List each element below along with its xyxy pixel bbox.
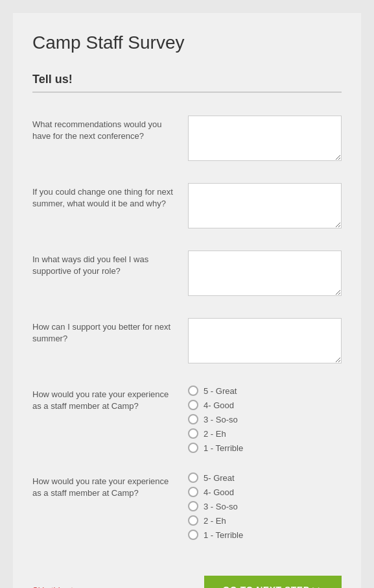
textarea-4[interactable] bbox=[188, 318, 342, 363]
question-label-6: How would you rate your experience as a … bbox=[32, 472, 175, 499]
radio-6-5[interactable] bbox=[188, 530, 198, 540]
radio-group-6: 5- Great 4- Good 3 - So-so 2 - Eh bbox=[188, 472, 342, 540]
radio-option-6-4[interactable]: 2 - Eh bbox=[188, 515, 342, 526]
radio-label-6-3: 3 - So-so bbox=[204, 502, 238, 511]
question-row-1: What recommendations would you have for … bbox=[32, 106, 342, 173]
question-row-2: If you could change one thing for next s… bbox=[32, 173, 342, 241]
question-row-4: How can I support you better for next su… bbox=[32, 308, 342, 376]
radio-6-4[interactable] bbox=[188, 515, 198, 526]
radio-5-5[interactable] bbox=[188, 443, 198, 453]
radio-option-5-2[interactable]: 4- Good bbox=[188, 400, 342, 410]
section-header: Tell us! bbox=[32, 73, 342, 93]
radio-label-6-1: 5- Great bbox=[204, 473, 235, 483]
radio-option-6-3[interactable]: 3 - So-so bbox=[188, 501, 342, 511]
question-input-4 bbox=[188, 318, 342, 366]
question-input-5: 5 - Great 4- Good 3 - So-so 2 - Eh bbox=[188, 386, 342, 453]
radio-label-5-3: 3 - So-so bbox=[204, 415, 238, 424]
survey-container: Camp Staff Survey Tell us! What recommen… bbox=[13, 13, 361, 588]
radio-label-5-4: 2 - Eh bbox=[204, 429, 226, 439]
question-input-3 bbox=[188, 251, 342, 299]
radio-6-3[interactable] bbox=[188, 501, 198, 511]
survey-title: Camp Staff Survey bbox=[32, 32, 342, 53]
question-label-5: How would you rate your experience as a … bbox=[32, 386, 175, 412]
radio-option-6-1[interactable]: 5- Great bbox=[188, 472, 342, 483]
question-row-3: In what ways did you feel I was supporti… bbox=[32, 241, 342, 308]
textarea-2[interactable] bbox=[188, 183, 342, 228]
radio-option-6-2[interactable]: 4- Good bbox=[188, 487, 342, 497]
radio-option-5-4[interactable]: 2 - Eh bbox=[188, 428, 342, 439]
radio-option-6-5[interactable]: 1 - Terrible bbox=[188, 530, 342, 540]
question-label-3: In what ways did you feel I was supporti… bbox=[32, 251, 175, 277]
radio-5-4[interactable] bbox=[188, 428, 198, 439]
skip-button[interactable]: Skip this step bbox=[32, 585, 82, 589]
radio-option-5-5[interactable]: 1 - Terrible bbox=[188, 443, 342, 453]
radio-6-2[interactable] bbox=[188, 487, 198, 497]
textarea-1[interactable] bbox=[188, 116, 342, 161]
radio-option-5-3[interactable]: 3 - So-so bbox=[188, 414, 342, 424]
radio-label-5-1: 5 - Great bbox=[204, 386, 237, 396]
questions-area: What recommendations would you have for … bbox=[32, 106, 342, 550]
question-row-5: How would you rate your experience as a … bbox=[32, 376, 342, 463]
radio-option-5-1[interactable]: 5 - Great bbox=[188, 386, 342, 396]
next-step-button[interactable]: GO TO NEXT STEP >> bbox=[204, 576, 342, 588]
textarea-3[interactable] bbox=[188, 251, 342, 296]
radio-group-5: 5 - Great 4- Good 3 - So-so 2 - Eh bbox=[188, 386, 342, 453]
radio-5-2[interactable] bbox=[188, 400, 198, 410]
radio-label-5-5: 1 - Terrible bbox=[204, 443, 243, 453]
radio-5-1[interactable] bbox=[188, 386, 198, 396]
question-input-1 bbox=[188, 116, 342, 164]
radio-label-6-2: 4- Good bbox=[204, 487, 234, 497]
radio-5-3[interactable] bbox=[188, 414, 198, 424]
radio-label-6-5: 1 - Terrible bbox=[204, 530, 243, 540]
radio-label-5-2: 4- Good bbox=[204, 400, 234, 410]
question-input-6: 5- Great 4- Good 3 - So-so 2 - Eh bbox=[188, 472, 342, 540]
question-input-2 bbox=[188, 183, 342, 231]
question-label-4: How can I support you better for next su… bbox=[32, 318, 175, 345]
footer: Skip this step GO TO NEXT STEP >> bbox=[32, 569, 342, 588]
radio-6-1[interactable] bbox=[188, 472, 198, 483]
question-label-1: What recommendations would you have for … bbox=[32, 116, 175, 142]
radio-label-6-4: 2 - Eh bbox=[204, 516, 226, 526]
question-label-2: If you could change one thing for next s… bbox=[32, 183, 175, 210]
question-row-6: How would you rate your experience as a … bbox=[32, 463, 342, 550]
